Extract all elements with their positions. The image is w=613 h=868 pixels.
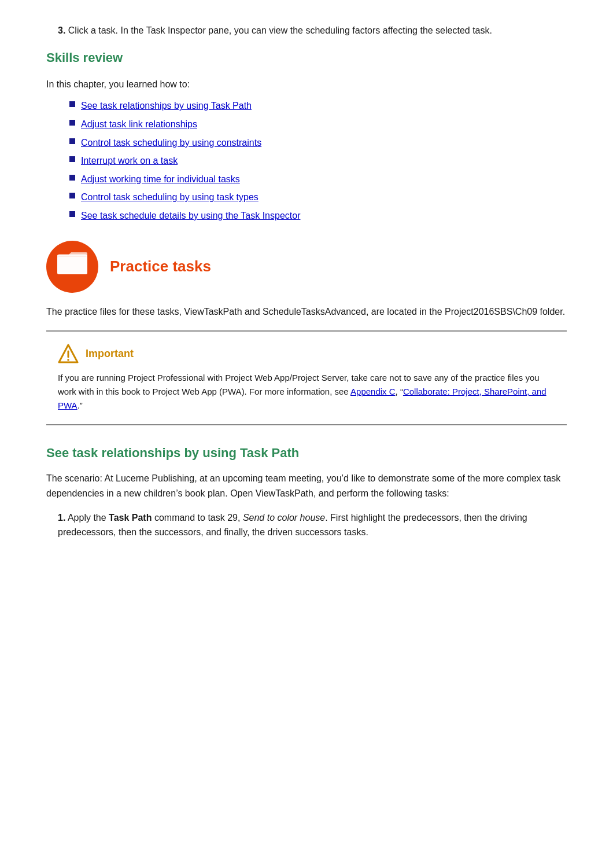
bullet-icon [69,211,75,217]
skills-link-6[interactable]: Control task scheduling by using task ty… [81,190,259,205]
skills-link-5[interactable]: Adjust working time for individual tasks [81,172,240,187]
skills-link-2[interactable]: Adjust task link relationships [81,117,197,132]
bullet-icon [69,138,75,144]
skills-list: See task relationships by using Task Pat… [69,98,567,223]
skills-review-intro: In this chapter, you learned how to: [46,77,567,92]
list-item: Control task scheduling by using task ty… [69,190,567,205]
skills-link-3[interactable]: Control task scheduling by using constra… [81,135,261,150]
practice-step-1-number: 1. [58,513,65,523]
folder-icon-wrapper [46,241,98,293]
skills-link-4[interactable]: Interrupt work on a task [81,153,178,168]
important-box: Important If you are running Project Pro… [46,330,567,425]
appendix-c-link[interactable]: Appendix C [350,387,396,396]
bullet-icon [69,120,75,126]
folder-icon [57,247,87,286]
practice-tasks-box: Practice tasks [46,241,567,293]
important-label: Important [86,345,134,362]
bullet-icon [69,156,75,162]
bullet-icon [69,175,75,181]
step-3-text: Click a task. In the Task Inspector pane… [68,25,492,35]
list-item: Control task scheduling by using constra… [69,135,567,150]
warning-icon [58,343,79,364]
scenario-text: The scenario: At Lucerne Publishing, at … [46,471,567,501]
important-header: Important [58,343,555,364]
step-3-number: 3. [58,25,65,35]
list-item: Adjust working time for individual tasks [69,172,567,187]
practice-tasks-label: Practice tasks [110,255,211,279]
practice-description: The practice files for these tasks, View… [46,304,567,319]
list-item: See task schedule details by using the T… [69,208,567,223]
list-item: Adjust task link relationships [69,117,567,132]
skills-link-1[interactable]: See task relationships by using Task Pat… [81,98,252,113]
bullet-icon [69,193,75,198]
collaborate-link[interactable]: Collaborate: Project, SharePoint, and PW… [58,387,546,410]
list-item: Interrupt work on a task [69,153,567,168]
bullet-icon [69,101,75,107]
skills-link-7[interactable]: See task schedule details by using the T… [81,208,300,223]
step-3: 3. Click a task. In the Task Inspector p… [46,23,567,38]
skills-review-heading: Skills review [46,47,567,68]
skills-review-section: Skills review In this chapter, you learn… [46,47,567,223]
see-task-path-heading: See task relationships by using Task Pat… [46,443,567,463]
practice-step-1-text: Apply the Task Path command to task 29, … [58,513,527,538]
list-item: See task relationships by using Task Pat… [69,98,567,113]
important-text: If you are running Project Professional … [58,371,555,413]
svg-point-5 [67,359,69,361]
see-task-path-section: See task relationships by using Task Pat… [46,443,567,540]
practice-step-1: 1. Apply the Task Path command to task 2… [46,510,567,540]
